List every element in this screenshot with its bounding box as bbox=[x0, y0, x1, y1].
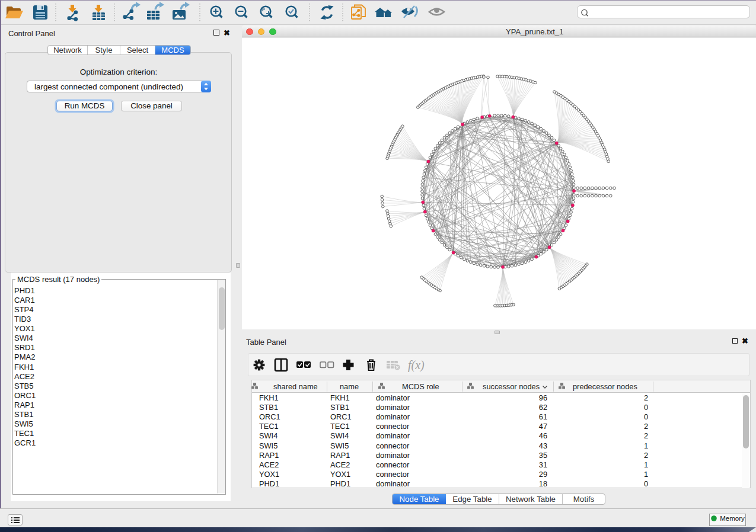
svg-text:f(x): f(x) bbox=[408, 358, 425, 372]
